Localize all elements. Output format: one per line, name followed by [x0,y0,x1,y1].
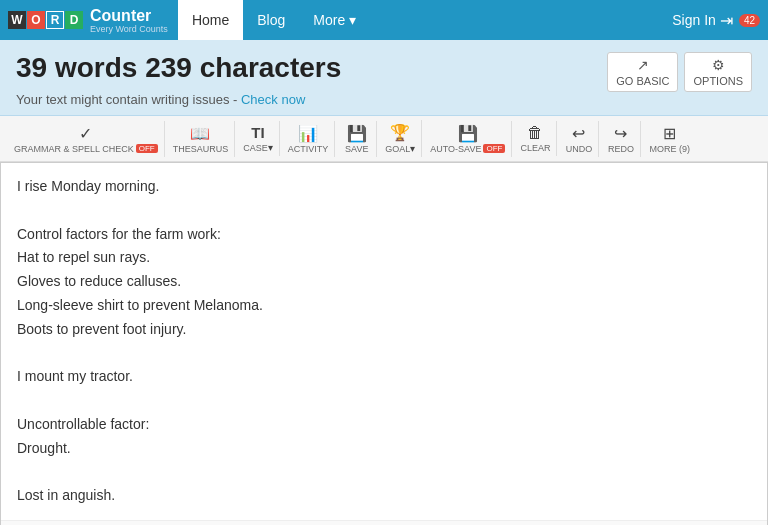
autosave-button[interactable]: 💾 AUTO-SAVE OFF [424,121,512,157]
more-button[interactable]: ⊞ MORE (9) [643,121,696,157]
editor-line-3: Hat to repel sun rays. [17,246,751,270]
thesaurus-button[interactable]: 📖 THESAURUS [167,121,236,157]
logo-tiles: W O R D [8,11,84,29]
nav-more[interactable]: More ▾ [299,0,370,40]
nav-items: Home Blog More ▾ [178,0,370,40]
logo-counter-text: Counter [90,7,168,25]
editor-line-2: Control factors for the farm work: [17,223,751,247]
save-icon: 💾 [347,124,367,143]
editor-line-blank-3 [17,389,751,413]
nav-home[interactable]: Home [178,0,243,40]
editor-line-blank-2 [17,342,751,366]
external-link-icon: ↗ [637,57,649,73]
editor-line-blank-4 [17,461,751,485]
toolbar: ✓ GRAMMAR & SPELL CHECK OFF 📖 THESAURUS … [0,116,768,162]
activity-button[interactable]: 📊 ACTIVITY [282,121,336,157]
editor-line-blank-1 [17,199,751,223]
go-basic-label: GO BASIC [616,75,669,87]
grammar-spell-check-button[interactable]: ✓ GRAMMAR & SPELL CHECK OFF [8,121,165,157]
editor-line-4: Gloves to reduce calluses. [17,270,751,294]
redo-button[interactable]: ↪ REDO [601,121,641,157]
word-count-heading: 39 words 239 characters [16,52,341,84]
checkmark-icon: ✓ [79,124,92,143]
signin-icon: ⇥ [720,11,733,30]
logo-brand: Counter Every Word Counts [90,7,168,34]
dropdown-arrow-icon: ▾ [349,12,356,28]
gear-icon: ⚙ [712,57,725,73]
editor-wrapper: I rise Monday morning. Control factors f… [0,162,768,525]
editor-line-7: I mount my tractor. [17,365,751,389]
redo-icon: ↪ [614,124,627,143]
editor-line-1: I rise Monday morning. [17,175,751,199]
case-icon: TI [251,124,264,141]
editor-line-6: Boots to prevent foot injury. [17,318,751,342]
header-bar: 39 words 239 characters ↗ GO BASIC ⚙ OPT… [0,40,768,116]
undo-button[interactable]: ↩ UNDO [559,121,599,157]
editor-line-8: Uncontrollable factor: [17,413,751,437]
case-dropdown-icon: ▾ [268,142,273,153]
logo-tile-w: W [8,11,26,29]
logo-tile-o: O [27,11,45,29]
editor-line-10: Lost in anguish. [17,484,751,508]
undo-icon: ↩ [572,124,585,143]
grammar-badge: OFF [136,144,158,153]
header-subtext: Your text might contain writing issues -… [16,92,752,107]
logo-subtext: Every Word Counts [90,25,168,34]
scroll-hint: — — — [1,520,767,525]
editor-line-9: Drought. [17,437,751,461]
nav-blog[interactable]: Blog [243,0,299,40]
editor-line-5: Long-sleeve shirt to prevent Melanoma. [17,294,751,318]
trophy-icon: 🏆 [390,123,410,142]
grid-icon: ⊞ [663,124,676,143]
clear-button[interactable]: 🗑 CLEAR [514,121,557,156]
logo-tile-r: R [46,11,64,29]
header-top: 39 words 239 characters ↗ GO BASIC ⚙ OPT… [16,52,752,92]
save-button[interactable]: 💾 SAVE [337,121,377,157]
autosave-icon: 💾 [458,124,478,143]
case-button[interactable]: TI CASE ▾ [237,121,280,156]
editor-content[interactable]: I rise Monday morning. Control factors f… [1,163,767,520]
chart-icon: 📊 [298,124,318,143]
logo-tile-d: D [65,11,83,29]
navbar: W O R D Counter Every Word Counts Home B… [0,0,768,40]
options-button[interactable]: ⚙ OPTIONS [684,52,752,92]
autosave-badge: OFF [483,144,505,153]
goal-dropdown-icon: ▾ [410,143,415,154]
header-check-link[interactable]: Check now [241,92,305,107]
goal-button[interactable]: 🏆 GOAL ▾ [379,120,422,157]
logo: W O R D Counter Every Word Counts [8,7,168,34]
go-basic-button[interactable]: ↗ GO BASIC [607,52,678,92]
book-icon: 📖 [190,124,210,143]
trash-icon: 🗑 [527,124,543,142]
signin-button[interactable]: Sign In ⇥ 42 [672,11,760,30]
options-label: OPTIONS [693,75,743,87]
signin-badge: 42 [739,14,760,27]
action-buttons: ↗ GO BASIC ⚙ OPTIONS [607,52,752,92]
